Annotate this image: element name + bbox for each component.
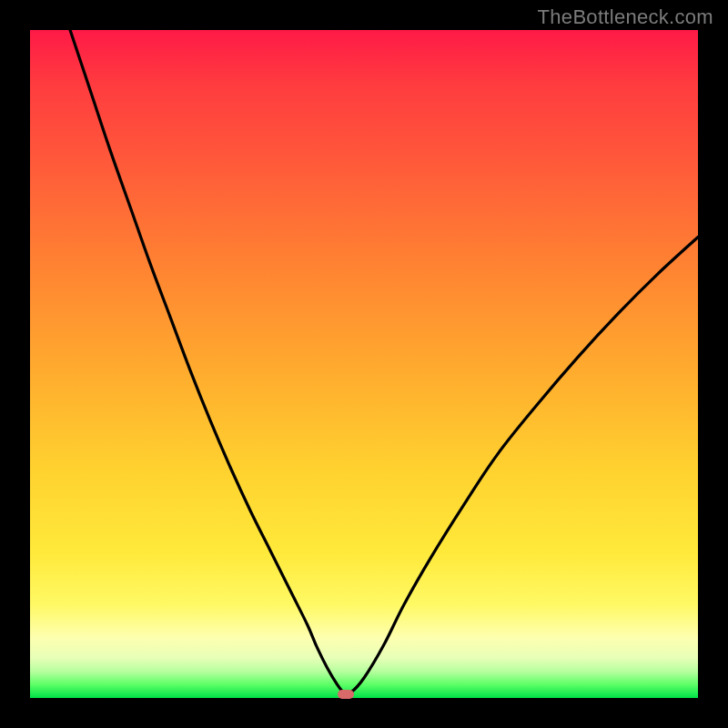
bottleneck-curve (30, 30, 698, 698)
chart-frame: TheBottleneck.com (0, 0, 728, 728)
plot-area (30, 30, 698, 698)
min-marker (338, 690, 354, 699)
watermark-text: TheBottleneck.com (538, 5, 713, 29)
